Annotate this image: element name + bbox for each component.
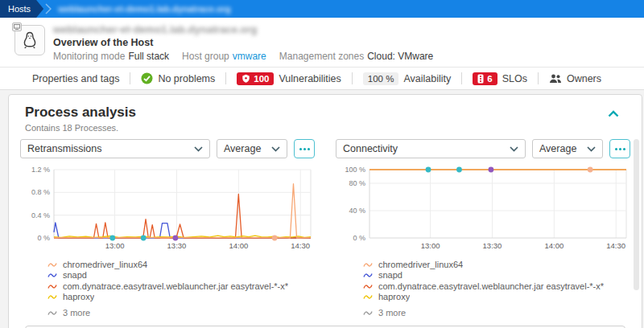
svg-text:1.2 %: 1.2 % (31, 166, 50, 174)
svg-text:14:00: 14:00 (544, 241, 564, 250)
series-wave-icon (47, 283, 57, 289)
divider (461, 72, 462, 84)
svg-text:13:30: 13:30 (483, 241, 502, 250)
panel-retransmissions: Retransmissions Average 13:0013:3014:001… (20, 139, 315, 318)
breadcrumb-hosts-label: Hosts (8, 4, 31, 14)
series-wave-icon (363, 293, 373, 300)
series-wave-icon (363, 310, 373, 316)
chart-svg: 13:0013:3014:0014:300 %0.4 %0.8 %1.2 % (20, 166, 315, 251)
series-wave-icon (363, 261, 373, 268)
aggregation-select[interactable]: Average (217, 139, 287, 158)
chevron-down-icon (587, 146, 596, 152)
series-wave-icon (47, 293, 57, 300)
page-title: Overview of the Host (53, 37, 433, 48)
legend-more-item[interactable]: 3 more (363, 307, 630, 318)
monitor-badge-icon (12, 23, 22, 31)
aggregation-select[interactable]: Average (532, 139, 603, 158)
slos-badge: 6 (473, 72, 497, 85)
svg-text:13:30: 13:30 (167, 241, 187, 250)
chevron-down-icon (510, 146, 518, 152)
metric-select-retransmissions[interactable]: Retransmissions (20, 139, 210, 158)
svg-text:14:30: 14:30 (291, 241, 310, 250)
legend-item[interactable]: chromedriver_linux64 (47, 259, 315, 270)
connectivity-chart[interactable]: 13:0013:3014:0014:300 %40 %80 %100 % (336, 166, 630, 251)
section-subtitle: Contains 18 Processes. (20, 123, 630, 133)
divider (130, 72, 130, 84)
tux-penguin-icon (21, 31, 39, 50)
host-tab-bar: Properties and tags No problems 100 Vuln… (0, 68, 644, 90)
panel-connectivity: Connectivity Average 13:0013:3014:0014:3… (336, 139, 630, 318)
people-icon (549, 74, 562, 84)
host-meta: Monitoring modeFull stack Host groupvmwa… (53, 51, 433, 62)
svg-text:100 %: 100 % (345, 166, 365, 174)
series-wave-icon (47, 272, 57, 278)
chevron-up-icon (608, 110, 619, 117)
svg-text:13:00: 13:00 (105, 241, 125, 250)
tab-properties-and-tags[interactable]: Properties and tags (32, 73, 119, 84)
chevron-down-icon (194, 146, 203, 152)
tab-vulnerabilities[interactable]: 100 Vulnerabilities (237, 72, 341, 85)
linux-host-icon (14, 25, 45, 55)
series-wave-icon (363, 272, 373, 278)
breadcrumb-hosts[interactable]: Hosts (0, 0, 43, 18)
meta-monitoring-mode: Monitoring modeFull stack (53, 51, 169, 62)
series-wave-icon (363, 283, 373, 289)
svg-text:14:00: 14:00 (229, 241, 248, 250)
svg-text:0.8 %: 0.8 % (31, 188, 50, 196)
meta-host-group: Host groupvmware (182, 51, 266, 62)
legend-item[interactable]: snapd (47, 270, 315, 281)
chart-legend: chromedriver_linux64snapdcom.dynatrace.e… (336, 259, 630, 318)
legend-item[interactable]: com.dynatrace.easytravel.weblauncher.jar… (47, 281, 315, 292)
host-name: weblauncher-et-demo1.lab.dynatrace.org (53, 23, 433, 35)
chart-panels: Retransmissions Average 13:0013:3014:001… (20, 139, 630, 318)
svg-text:14:30: 14:30 (606, 241, 625, 250)
svg-text:40 %: 40 % (349, 207, 365, 215)
breadcrumb-current-host[interactable]: weblauncher-et-demo1.lab.dynatrace.org (58, 0, 231, 18)
traffic-light-icon (477, 74, 484, 84)
meta-management-zones: Management zonesCloud: VMware (279, 51, 433, 62)
chart-legend: chromedriver_linux64snapdcom.dynatrace.e… (20, 259, 315, 318)
check-circle-icon (141, 72, 153, 84)
svg-text:80 %: 80 % (349, 179, 365, 187)
divider (538, 72, 539, 84)
svg-text:0 %: 0 % (37, 234, 50, 242)
series-wave-icon (47, 310, 57, 316)
section-title: Process analysis (20, 105, 630, 121)
filter-bar (25, 326, 625, 328)
availability-badge: 100 % (363, 72, 399, 85)
divider (225, 72, 226, 84)
svg-text:0.4 %: 0.4 % (31, 211, 50, 219)
process-analysis-card: Process analysis Contains 18 Processes. … (8, 94, 642, 328)
host-header: weblauncher-et-demo1.lab.dynatrace.org O… (0, 18, 644, 68)
legend-item[interactable]: com.dynatrace.easytravel.weblauncher.jar… (363, 281, 630, 292)
vertical-scrollbar[interactable] (634, 139, 639, 290)
divider (352, 72, 353, 84)
tab-slos[interactable]: 6 SLOs (473, 72, 527, 85)
retransmissions-chart[interactable]: 13:0013:3014:0014:300 %0.4 %0.8 %1.2 % (20, 166, 315, 251)
host-group-link[interactable]: vmware (233, 51, 266, 62)
breadcrumb: Hosts weblauncher-et-demo1.lab.dynatrace… (0, 0, 644, 18)
vulnerabilities-badge: 100 (237, 72, 274, 85)
content-area: Process analysis Contains 18 Processes. … (0, 90, 644, 328)
series-wave-icon (47, 261, 57, 268)
collapse-section-button[interactable] (608, 106, 619, 121)
chevron-down-icon (271, 146, 280, 152)
svg-text:0 %: 0 % (353, 234, 365, 242)
svg-text:13:00: 13:00 (421, 241, 440, 250)
legend-item[interactable]: chromedriver_linux64 (363, 259, 630, 270)
tab-availability[interactable]: 100 % Availability (363, 72, 451, 85)
legend-more-item[interactable]: 3 more (47, 307, 315, 318)
tab-no-problems[interactable]: No problems (141, 72, 215, 84)
metric-select-connectivity[interactable]: Connectivity (336, 139, 526, 158)
more-options-button[interactable] (294, 139, 315, 158)
legend-item[interactable]: snapd (363, 270, 630, 281)
chevron-right-icon (45, 0, 52, 18)
chart-svg: 13:0013:3014:0014:300 %40 %80 %100 % (336, 166, 630, 251)
shield-icon (242, 74, 250, 84)
tab-owners[interactable]: Owners (549, 73, 601, 84)
legend-item[interactable]: haproxy (363, 292, 630, 303)
more-options-button[interactable] (609, 139, 630, 158)
legend-item[interactable]: haproxy (47, 292, 315, 303)
